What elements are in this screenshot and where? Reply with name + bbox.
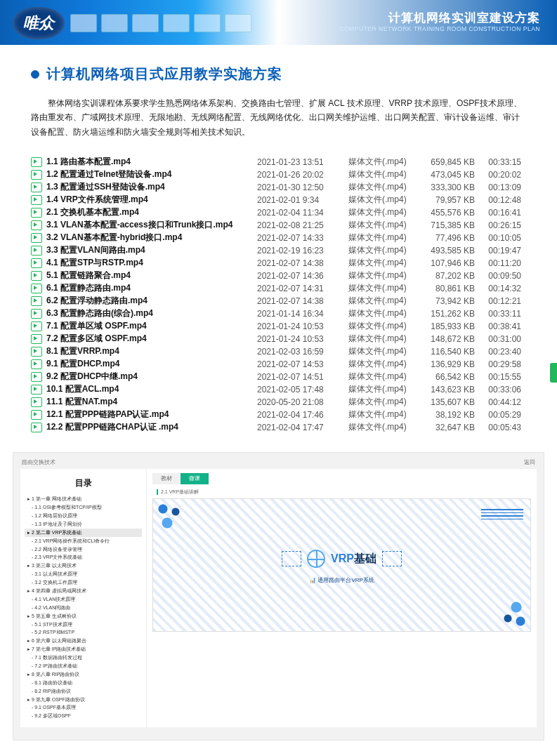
file-date: 2021-02-05 17:48 xyxy=(257,385,348,394)
video-slide[interactable]: VRP基础 通用路由平台VRP系统 xyxy=(152,498,531,632)
file-date: 2021-01-26 20:02 xyxy=(257,170,348,180)
video-panel: 教材 微课 2.1 VRP基础讲解 VRP基础 xyxy=(147,469,537,727)
play-icon xyxy=(31,170,42,180)
toc-item[interactable]: ▸ 8 第八章 RIP路由协议 xyxy=(25,670,142,679)
file-type: 媒体文件(.mp4) xyxy=(348,282,419,294)
toc-item[interactable]: - 4.1 VLAN技术原理 xyxy=(25,595,142,604)
file-row[interactable]: 3.2 VLAN基本配置-hybrid接口.mp42021-02-07 14:3… xyxy=(31,232,526,244)
file-duration: 00:19:47 xyxy=(475,246,524,256)
play-icon xyxy=(31,208,42,218)
breadcrumb: 路由交换技术 xyxy=(22,458,55,466)
toc-item[interactable]: - 3.2 交换机工作原理 xyxy=(25,578,142,587)
file-row[interactable]: 12.1 配置PPP链路PAP认证.mp42021-02-04 17:46媒体文… xyxy=(31,409,526,421)
play-icon xyxy=(31,284,42,293)
side-tab-icon[interactable] xyxy=(550,363,557,383)
file-row[interactable]: 11.1 配置NAT.mp42020-05-20 21:08媒体文件(.mp4)… xyxy=(31,396,526,409)
toc-item[interactable]: - 4.2 VLAN间路由 xyxy=(25,604,142,612)
toc-item[interactable]: ▸ 1 第一章 网络技术基础 xyxy=(25,495,142,503)
file-row[interactable]: 3.1 VLAN基本配置-access接口和Trunk接口.mp42021-02… xyxy=(31,219,526,232)
file-row[interactable]: 7.1 配置单区域 OSPF.mp42021-01-24 10:53媒体文件(.… xyxy=(31,320,526,333)
file-name: 3.3 配置VLAN间路由.mp4 xyxy=(46,244,257,256)
file-row[interactable]: 1.2 配置通过Telnet登陆设备.mp42021-01-26 20:02媒体… xyxy=(31,168,526,181)
file-row[interactable]: 1.3 配置通过SSH登陆设备.mp42021-01-30 12:50媒体文件(… xyxy=(31,181,526,194)
file-name: 6.1 配置静态路由.mp4 xyxy=(46,282,257,294)
file-row[interactable]: 5.1 配置链路聚合.mp42021-02-07 14:36媒体文件(.mp4)… xyxy=(31,270,526,282)
file-duration: 00:20:02 xyxy=(475,170,524,180)
play-icon xyxy=(31,258,42,268)
file-duration: 00:09:50 xyxy=(475,271,524,281)
toc-item[interactable]: ▸ 3 第三章 以太网技术 xyxy=(25,562,142,570)
file-list: 1.1 路由基本配置.mp42021-01-23 13:51媒体文件(.mp4)… xyxy=(31,156,526,434)
tab-microlesson[interactable]: 微课 xyxy=(181,473,209,484)
file-date: 2021-02-01 9:34 xyxy=(257,195,348,205)
file-row[interactable]: 2.1 交换机基本配置.mp42021-02-04 11:34媒体文件(.mp4… xyxy=(31,206,526,219)
file-type: 媒体文件(.mp4) xyxy=(348,156,419,168)
file-row[interactable]: 8.1 配置VRRP.mp42021-02-03 16:59媒体文件(.mp4)… xyxy=(31,345,526,358)
file-type: 媒体文件(.mp4) xyxy=(348,206,419,218)
file-row[interactable]: 6.2 配置浮动静态路由.mp42021-02-07 14:38媒体文件(.mp… xyxy=(31,295,526,307)
tab-textbook[interactable]: 教材 xyxy=(152,473,181,484)
toc-item[interactable]: - 5.1 STP技术原理 xyxy=(25,621,142,629)
toc-item[interactable]: - 2.3 VRP文件系统基础 xyxy=(25,553,142,562)
file-type: 媒体文件(.mp4) xyxy=(348,257,419,269)
file-duration: 00:31:00 xyxy=(475,334,524,344)
toc-item[interactable]: ▸ 9 第九章 OSPF路由协议 xyxy=(25,696,142,704)
course-screenshot: 路由交换技术 返回 目录 ▸ 1 第一章 网络技术基础- 1.1 OSI参考模型… xyxy=(13,452,544,741)
file-name: 4.1 配置STP与RSTP.mp4 xyxy=(46,257,257,269)
toc-item[interactable]: - 7.2 IP路由技术基础 xyxy=(25,662,142,670)
toc-item[interactable]: - 7.1 数据路由转发过程 xyxy=(25,654,142,662)
play-icon xyxy=(31,183,42,192)
file-size: 77,496 KB xyxy=(419,233,475,243)
file-row[interactable]: 7.2 配置多区域 OSPF.mp42021-01-24 10:53媒体文件(.… xyxy=(31,333,526,345)
toc-item[interactable]: ▸ 4 第四章 虚拟局域网技术 xyxy=(25,587,142,595)
file-row[interactable]: 6.1 配置静态路由.mp42021-02-07 14:31媒体文件(.mp4)… xyxy=(31,282,526,295)
toc-item[interactable]: - 9.1 OSPF基本原理 xyxy=(25,703,142,712)
toc-item[interactable]: - 1.3 IP地址及子网划分 xyxy=(25,520,142,529)
play-icon xyxy=(31,423,42,432)
file-name: 1.1 路由基本配置.mp4 xyxy=(46,156,257,168)
play-icon xyxy=(31,359,42,369)
file-row[interactable]: 6.3 配置静态路由(综合).mp42021-01-14 16:34媒体文件(.… xyxy=(31,307,526,320)
toc-item[interactable]: - 8.1 路由协议基础 xyxy=(25,679,142,687)
return-link[interactable]: 返回 xyxy=(524,458,535,466)
file-size: 473,045 KB xyxy=(419,170,475,180)
file-row[interactable]: 10.1 配置ACL.mp42021-02-05 17:48媒体文件(.mp4)… xyxy=(31,383,526,396)
file-type: 媒体文件(.mp4) xyxy=(348,358,419,370)
file-row[interactable]: 3.3 配置VLAN间路由.mp42021-02-19 16:23媒体文件(.m… xyxy=(31,244,526,257)
toc-item[interactable]: - 3.1 以太网技术原理 xyxy=(25,570,142,578)
file-date: 2021-02-03 16:59 xyxy=(257,347,348,357)
toc-item[interactable]: ▸ 5 第五章 生成树协议 xyxy=(25,612,142,621)
file-name: 12.2 配置PPP链路CHAP认证 .mp4 xyxy=(46,421,257,433)
file-row[interactable]: 4.1 配置STP与RSTP.mp42021-02-07 14:38媒体文件(.… xyxy=(31,257,526,270)
file-name: 1.2 配置通过Telnet登陆设备.mp4 xyxy=(46,168,257,180)
toc-item[interactable]: - 5.2 RSTP和MSTP xyxy=(25,628,142,637)
toc-item[interactable]: - 2.1 VRP网络操作系统和CLI命令行 xyxy=(25,537,142,545)
file-size: 151,262 KB xyxy=(419,309,475,319)
toc-item[interactable]: ▸ 6 第六章 以太网链路聚合 xyxy=(25,637,142,645)
file-date: 2021-02-07 14:51 xyxy=(257,372,348,382)
file-row[interactable]: 1.1 路由基本配置.mp42021-01-23 13:51媒体文件(.mp4)… xyxy=(31,156,526,168)
bullet-icon xyxy=(31,70,39,79)
toc-item[interactable]: - 9.2 多区域OSPF xyxy=(25,712,142,720)
file-row[interactable]: 9.2 配置DHCP中继.mp42021-02-07 14:51媒体文件(.mp… xyxy=(31,371,526,383)
file-name: 2.1 交换机基本配置.mp4 xyxy=(46,206,257,218)
section-title: 计算机网络项目式应用教学实施方案 xyxy=(46,65,282,84)
file-row[interactable]: 9.1 配置DHCP.mp42021-02-07 14:53媒体文件(.mp4)… xyxy=(31,358,526,371)
file-type: 媒体文件(.mp4) xyxy=(348,409,419,420)
file-size: 79,957 KB xyxy=(419,195,475,205)
toc-list: ▸ 1 第一章 网络技术基础- 1.1 OSI参考模型和TCP/IP模型- 1.… xyxy=(25,495,142,720)
toc-item[interactable]: - 1.1 OSI参考模型和TCP/IP模型 xyxy=(25,503,142,512)
file-type: 媒体文件(.mp4) xyxy=(348,270,419,281)
file-duration: 00:33:15 xyxy=(475,157,524,167)
banner-title-en: COMPUTER NETWORK TRAINING ROOM CONSTRUCT… xyxy=(340,25,540,32)
file-size: 66,542 KB xyxy=(419,372,475,382)
toc-item[interactable]: - 2.2 网络设备登录管理 xyxy=(25,545,142,554)
file-row[interactable]: 12.2 配置PPP链路CHAP认证 .mp42021-02-04 17:47媒… xyxy=(31,421,526,434)
file-row[interactable]: 1.4 VRP文件系统管理.mp42021-02-01 9:34媒体文件(.mp… xyxy=(31,194,526,206)
toc-item[interactable]: ▸ 7 第七章 IP路由技术基础 xyxy=(25,645,142,654)
file-type: 媒体文件(.mp4) xyxy=(348,396,419,408)
toc-item[interactable]: - 1.2 网络层协议原理 xyxy=(25,512,142,520)
toc-item[interactable]: - 8.2 RIP路由协议 xyxy=(25,687,142,696)
file-duration: 00:14:32 xyxy=(475,284,524,293)
toc-item[interactable]: ▸ 2 第二章 VRP系统基础 xyxy=(25,529,142,537)
